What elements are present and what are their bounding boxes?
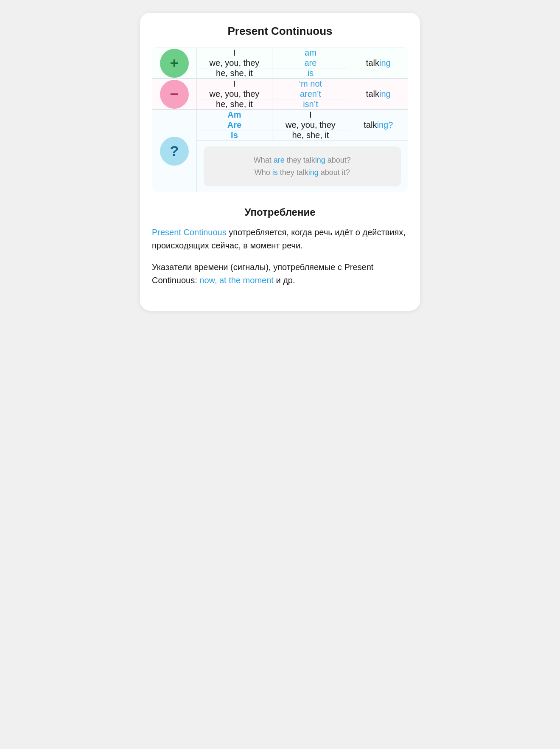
question-verb-2: Are [196,120,272,130]
grammar-table: + I am talking we, you, they are [152,47,408,193]
negative-subject-2: we, you, they [196,89,272,99]
question-icon: ? [160,137,189,166]
usage-term-1: Present Continuous [152,228,227,237]
question-subject-3: he, she, it [272,130,349,141]
negative-icon-cell: − [152,79,197,110]
usage-term-2: now, at the moment [199,276,274,285]
question-icon-cell: ? [152,110,197,192]
positive-verb-2: are [272,58,349,68]
example-box: What are they talking about? Who is they… [204,146,401,186]
negative-verb-3: isn’t [272,99,349,110]
plus-icon: + [160,49,189,78]
question-ending: talking? [349,110,408,141]
question-verb-1: Am [196,110,272,120]
minus-icon: − [160,80,189,109]
question-row-1: ? Am I talking? [152,110,408,120]
positive-verb-1: am [272,48,349,58]
positive-icon-cell: + [152,48,197,79]
negative-row-1: − I ‘m not talking [152,79,408,89]
negative-ending: talking [349,79,408,110]
example-line-1: What are they talking about? [213,154,392,166]
question-subject-2: we, you, they [272,120,349,130]
positive-subject-3: he, she, it [196,68,272,79]
positive-verb-3: is [272,68,349,79]
usage-paragraph-2: Указатели времени (сигналы), употребляем… [152,261,408,287]
usage-title: Употребление [152,206,408,218]
main-card: Present Continuous + I am talking [140,13,420,311]
positive-row-1: + I am talking [152,48,408,58]
usage-paragraph-1: Present Continuous употребляется, когда … [152,226,408,252]
negative-verb-2: aren’t [272,89,349,99]
question-subject-1: I [272,110,349,120]
positive-subject-2: we, you, they [196,58,272,68]
page-title: Present Continuous [152,25,408,38]
positive-ending: talking [349,48,408,79]
question-verb-3: Is [196,130,272,141]
negative-subject-1: I [196,79,272,89]
usage-section: Употребление Present Continuous употребл… [152,206,408,287]
negative-verb-1: ‘m not [272,79,349,89]
positive-subject-1: I [196,48,272,58]
example-cell: What are they talking about? Who is they… [196,141,408,193]
example-line-2: Who is they talking about it? [213,166,392,179]
negative-subject-3: he, she, it [196,99,272,110]
